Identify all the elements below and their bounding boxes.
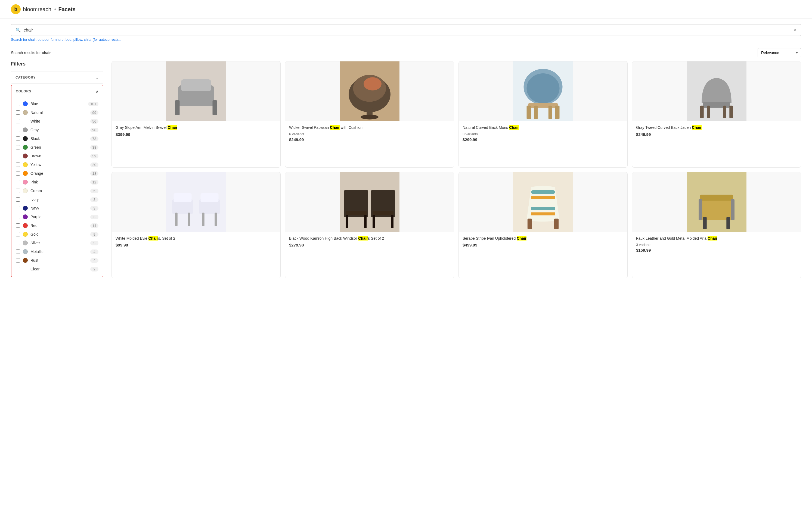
color-checkbox[interactable]	[16, 258, 20, 263]
color-count: 14	[90, 223, 98, 228]
product-card[interactable]: Black Wood Kamron High Back Windsor Chai…	[285, 172, 454, 278]
search-section: 🔍 × Search for chair, outdoor furniture,…	[0, 19, 812, 44]
sidebar: Filters CATEGORY ⌄ COLORS ∧ Blue101Natur…	[11, 61, 103, 278]
color-label: Cream	[30, 189, 90, 193]
color-filter-item[interactable]: Yellow20	[11, 160, 103, 169]
svg-rect-36	[346, 211, 367, 215]
color-label: Pink	[30, 180, 90, 184]
color-checkbox[interactable]	[16, 102, 20, 106]
colors-filter-body: Blue101Natural99White56Gray98Black73Gree…	[11, 97, 103, 277]
product-card[interactable]: Wicker Swivel Papasan Chair with Cushion…	[285, 61, 454, 168]
main-layout: Filters CATEGORY ⌄ COLORS ∧ Blue101Natur…	[0, 61, 812, 289]
color-label: Red	[30, 223, 90, 228]
color-label: Silver	[30, 241, 90, 245]
highlight-text: Chair	[707, 236, 717, 241]
product-card[interactable]: White Molded Evie Chairs, Set of 2$99.98	[112, 172, 281, 278]
svg-rect-46	[531, 196, 555, 199]
color-checkbox[interactable]	[16, 206, 20, 210]
color-dot-empty	[23, 119, 28, 124]
color-checkbox[interactable]	[16, 267, 20, 271]
color-dot	[23, 241, 28, 245]
color-filter-item[interactable]: Gold9	[11, 230, 103, 239]
color-count: 9	[90, 232, 98, 237]
color-checkbox[interactable]	[16, 249, 20, 254]
header: b bloomreach ✦ Facets	[0, 0, 812, 19]
product-price: $159.99	[636, 248, 797, 252]
product-image	[285, 61, 454, 121]
color-checkbox[interactable]	[16, 128, 20, 132]
color-filter-item[interactable]: Red14	[11, 221, 103, 230]
color-dot	[23, 110, 28, 115]
color-filter-item[interactable]: Purple3	[11, 212, 103, 221]
product-card[interactable]: Gray Tweed Curved Back Jaden Chair$249.9…	[632, 61, 801, 168]
color-filter-item[interactable]: Pink12	[11, 178, 103, 186]
color-count: 4	[90, 258, 98, 263]
color-filter-item[interactable]: Natural99	[11, 108, 103, 117]
brand-name: bloomreach	[23, 6, 51, 12]
color-checkbox[interactable]	[16, 223, 20, 228]
color-filter-item[interactable]: Ivory3	[11, 195, 103, 204]
color-dot-empty	[23, 267, 28, 271]
color-filter-item[interactable]: Navy3	[11, 204, 103, 212]
search-hint: Search for chair, outdoor furniture, bed…	[11, 37, 801, 41]
products-grid: Gray Slope Arm Melvin Swivel Chair$399.9…	[112, 61, 801, 278]
color-filter-item[interactable]: Orange18	[11, 169, 103, 178]
product-card[interactable]: Gray Slope Arm Melvin Swivel Chair$399.9…	[112, 61, 281, 168]
product-info: Gray Slope Arm Melvin Swivel Chair$399.9…	[112, 121, 280, 141]
color-checkbox[interactable]	[16, 197, 20, 202]
color-filter-item[interactable]: Brown59	[11, 152, 103, 160]
color-checkbox[interactable]	[16, 241, 20, 245]
color-filter-item[interactable]: Cream5	[11, 186, 103, 195]
color-checkbox[interactable]	[16, 145, 20, 149]
color-checkbox[interactable]	[16, 137, 20, 141]
color-count: 3	[90, 197, 98, 202]
colors-filter-header[interactable]: COLORS ∧	[11, 85, 103, 97]
product-card[interactable]: Serape Stripe Ivan Upholstered Chair$499…	[459, 172, 628, 278]
svg-rect-41	[373, 215, 375, 228]
svg-rect-54	[700, 194, 733, 201]
color-checkbox[interactable]	[16, 162, 20, 167]
colors-filter-section: COLORS ∧ Blue101Natural99White56Gray98Bl…	[11, 85, 103, 277]
product-image	[112, 61, 280, 121]
svg-rect-45	[531, 190, 555, 194]
color-checkbox[interactable]	[16, 189, 20, 193]
color-filter-item[interactable]: Silver5	[11, 239, 103, 247]
color-filter-item[interactable]: Gray98	[11, 125, 103, 134]
product-price: $279.98	[289, 243, 450, 247]
color-checkbox[interactable]	[16, 171, 20, 176]
svg-rect-18	[549, 106, 552, 119]
category-filter-header[interactable]: CATEGORY ⌄	[11, 71, 103, 84]
search-input[interactable]	[24, 28, 793, 33]
color-checkbox[interactable]	[16, 119, 20, 123]
product-name: Gray Tweed Curved Back Jaden Chair	[636, 125, 797, 130]
color-checkbox[interactable]	[16, 180, 20, 184]
color-count: 98	[90, 128, 98, 132]
product-info: Black Wood Kamron High Back Windsor Chai…	[285, 232, 454, 251]
svg-rect-4	[213, 100, 217, 115]
color-filter-item[interactable]: Black73	[11, 134, 103, 143]
color-label: Metallic	[30, 249, 90, 254]
search-clear-button[interactable]: ×	[793, 27, 796, 33]
color-filter-item[interactable]: Blue101	[11, 99, 103, 108]
color-filter-item[interactable]: Rust4	[11, 256, 103, 265]
product-info: Faux Leather and Gold Metal Molded Aria …	[632, 232, 801, 257]
sort-select[interactable]: Relevance Price: Low to High Price: High…	[758, 48, 801, 57]
color-filter-item[interactable]: Metallic4	[11, 247, 103, 256]
color-dot	[23, 171, 28, 176]
product-info: Serape Stripe Ivan Upholstered Chair$499…	[459, 232, 627, 251]
svg-rect-15	[527, 106, 531, 119]
product-name: Facets	[58, 6, 76, 12]
color-checkbox[interactable]	[16, 232, 20, 236]
svg-rect-48	[531, 207, 555, 210]
highlight-text: Chair	[148, 236, 158, 241]
color-checkbox[interactable]	[16, 154, 20, 158]
color-label: White	[30, 119, 90, 123]
color-checkbox[interactable]	[16, 215, 20, 219]
color-filter-item[interactable]: Green38	[11, 143, 103, 152]
product-card[interactable]: Natural Curved Back Moris Chair3 variant…	[459, 61, 628, 168]
color-filter-item[interactable]: Clear2	[11, 265, 103, 273]
color-dot	[23, 136, 28, 141]
color-filter-item[interactable]: White56	[11, 117, 103, 125]
product-card[interactable]: Faux Leather and Gold Metal Molded Aria …	[632, 172, 801, 278]
color-checkbox[interactable]	[16, 110, 20, 115]
